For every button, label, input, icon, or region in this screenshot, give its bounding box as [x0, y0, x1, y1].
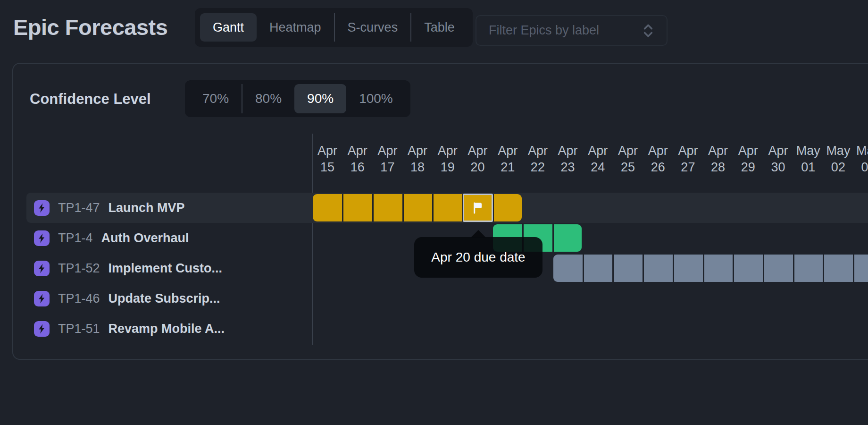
date-day-label: 18: [402, 159, 433, 176]
flag-icon: [471, 201, 484, 215]
date-month-label: Apr: [492, 143, 523, 159]
date-month-label: May: [793, 143, 823, 159]
date-day-label: 15: [312, 159, 342, 176]
gantt-date-column-apr-28: Apr28: [703, 143, 733, 176]
gantt-date-column-apr-20: Apr20: [463, 143, 493, 176]
lightning-icon: [37, 264, 46, 273]
due-date-cell[interactable]: [463, 194, 493, 222]
date-day-label: 26: [643, 159, 673, 176]
view-tabbar: GanttHeatmapS-curvesTable: [195, 8, 473, 47]
select-chevron-icon: [642, 23, 654, 39]
bar-cell-divider: [612, 255, 614, 282]
epic-row-label: TP1-46Update Subscrip...: [34, 283, 220, 314]
date-day-label: 30: [763, 159, 793, 176]
filter-placeholder: Filter Epics by label: [489, 23, 599, 38]
tab-heatmap[interactable]: Heatmap: [257, 13, 334, 42]
gantt-date-column-apr-16: Apr16: [342, 143, 373, 176]
confidence-option-90[interactable]: 90%: [294, 84, 346, 113]
epic-title: Revamp Mobile A...: [108, 322, 225, 336]
epic-key: TP1-52: [58, 261, 100, 276]
date-month-label: Apr: [342, 143, 373, 159]
gantt-date-column-apr-15: Apr15: [312, 143, 342, 176]
gantt-bar-slate[interactable]: [553, 255, 868, 282]
epic-row-tp1-51[interactable]: TP1-51Revamp Mobile A...: [0, 314, 868, 344]
bar-cell-divider: [402, 194, 404, 221]
epic-badge: [34, 321, 50, 337]
epic-forecasts-page: Epic Forecasts GanttHeatmapS-curvesTable…: [0, 0, 868, 425]
epic-row-label: TP1-52Implement Custo...: [34, 253, 222, 283]
confidence-segmented-control: 70%80%90%100%: [185, 80, 410, 117]
due-date-tooltip: Apr 20 due date: [414, 237, 542, 278]
date-month-label: Apr: [583, 143, 613, 159]
tooltip-text: Apr 20 due date: [431, 250, 525, 265]
lightning-icon: [37, 324, 46, 334]
gantt-date-column-apr-17: Apr17: [372, 143, 402, 176]
gantt-date-column-apr-26: Apr26: [643, 143, 673, 176]
date-day-label: 16: [342, 159, 373, 176]
tab-s-curves[interactable]: S-curves: [334, 13, 411, 42]
gantt-date-column-may-03: May03: [853, 143, 868, 176]
epic-row-tp1-46[interactable]: TP1-46Update Subscrip...: [0, 283, 868, 314]
date-month-label: Apr: [613, 143, 643, 159]
page-title: Epic Forecasts: [13, 14, 167, 40]
confidence-level-label: Confidence Level: [30, 91, 151, 108]
confidence-option-80[interactable]: 80%: [242, 84, 294, 113]
date-day-label: 01: [793, 159, 823, 176]
bar-cell-divider: [763, 255, 764, 282]
gantt-date-column-may-01: May01: [793, 143, 823, 176]
bar-cell-divider: [643, 255, 644, 282]
date-month-label: Apr: [372, 143, 402, 159]
epic-title: Launch MVP: [108, 201, 185, 215]
bar-cell-divider: [703, 255, 704, 282]
epic-row-label: TP1-51Revamp Mobile A...: [34, 314, 225, 344]
bar-cell-divider: [793, 255, 794, 282]
gantt-date-column-apr-18: Apr18: [402, 143, 433, 176]
epic-badge: [34, 291, 50, 306]
date-month-label: May: [853, 143, 868, 159]
epic-key: TP1-46: [58, 291, 100, 306]
date-day-label: 25: [613, 159, 643, 176]
date-day-label: 23: [553, 159, 583, 176]
date-month-label: Apr: [733, 143, 763, 159]
lightning-icon: [37, 233, 46, 243]
date-day-label: 29: [733, 159, 763, 176]
bar-cell-divider: [823, 255, 824, 282]
date-month-label: Apr: [643, 143, 673, 159]
gantt-bar-amber[interactable]: [313, 194, 522, 221]
gantt-date-column-apr-19: Apr19: [433, 143, 463, 176]
gantt-date-column-apr-29: Apr29: [733, 143, 763, 176]
epic-title: Auth Overhaul: [101, 231, 189, 246]
tab-gantt[interactable]: Gantt: [200, 13, 257, 42]
date-month-label: Apr: [523, 143, 553, 159]
epic-badge: [34, 261, 50, 276]
date-day-label: 17: [372, 159, 402, 176]
gantt-date-column-apr-22: Apr22: [523, 143, 553, 176]
gantt-date-column-apr-21: Apr21: [492, 143, 523, 176]
gantt-date-column-apr-25: Apr25: [613, 143, 643, 176]
bar-cell-divider: [583, 255, 584, 282]
date-day-label: 20: [463, 159, 493, 176]
date-day-label: 03: [853, 159, 868, 176]
gantt-date-column-may-02: May02: [823, 143, 853, 176]
epic-badge: [34, 230, 50, 246]
epic-key: TP1-51: [58, 322, 100, 336]
date-month-label: Apr: [463, 143, 493, 159]
bar-cell-divider: [432, 194, 434, 221]
epic-title: Update Subscrip...: [108, 291, 220, 306]
filter-epics-select[interactable]: Filter Epics by label: [476, 15, 668, 46]
tab-table[interactable]: Table: [410, 13, 467, 42]
gantt-date-column-apr-27: Apr27: [673, 143, 703, 176]
epic-row-tp1-47[interactable]: TP1-47Launch MVP: [0, 193, 868, 223]
confidence-option-100[interactable]: 100%: [346, 84, 406, 113]
date-day-label: 02: [823, 159, 853, 176]
confidence-option-70[interactable]: 70%: [190, 84, 242, 113]
date-month-label: Apr: [703, 143, 733, 159]
lightning-icon: [37, 294, 46, 304]
date-month-label: Apr: [673, 143, 703, 159]
gantt-date-column-apr-24: Apr24: [583, 143, 613, 176]
bar-cell-divider: [733, 255, 734, 282]
date-day-label: 24: [583, 159, 613, 176]
epic-key: TP1-47: [58, 201, 100, 215]
epic-key: TP1-4: [58, 231, 93, 246]
epic-title: Implement Custo...: [108, 261, 223, 276]
